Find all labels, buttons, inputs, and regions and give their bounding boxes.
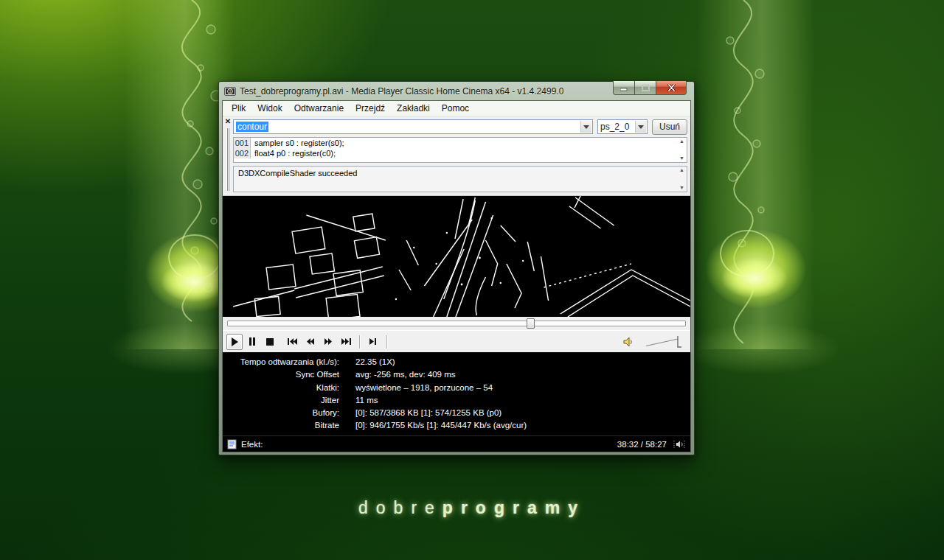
menu-widok[interactable]: Widok [251, 102, 288, 115]
code-line: 001 sampler s0 : register(s0); [234, 138, 687, 148]
stat-label: Klatki: [223, 382, 339, 394]
scroll-up-icon[interactable]: ▲ [679, 167, 684, 173]
playback-controls [223, 330, 690, 352]
title-bar[interactable]: 3 Test_dobreprogramy.pl.avi - Media Play… [222, 82, 691, 100]
dobreprogramy-logo: dobreprogramy [0, 498, 944, 518]
minimize-icon [620, 85, 628, 91]
line-code: float4 p0 : register(c0); [251, 148, 336, 158]
stat-row-sync-offset: Sync Offset avg: -256 ms, dev: 409 ms [223, 368, 690, 381]
maximize-button[interactable] [634, 81, 656, 95]
caption-buttons [614, 81, 687, 95]
play-button[interactable] [226, 334, 243, 350]
editor-scrollbar[interactable]: ▲ ▼ [677, 138, 687, 162]
stat-label: Sync Offset [223, 368, 339, 381]
line-number: 001 [234, 138, 251, 148]
menu-odtwarzanie[interactable]: Odtwarzanie [288, 102, 350, 115]
skip-forward-icon [341, 338, 351, 345]
shader-profile-combobox[interactable]: ps_2_0 [597, 119, 648, 134]
output-scrollbar[interactable]: ▲ ▼ [677, 167, 687, 192]
shader-profile-value: ps_2_0 [600, 122, 629, 132]
rewind-icon [306, 338, 315, 345]
pause-icon [249, 337, 256, 346]
stat-label: Jitter [223, 394, 339, 407]
menu-przejdz[interactable]: Przejdź [350, 102, 391, 115]
shader-code-editor[interactable]: 001 sampler s0 : register(s0); 002 float… [233, 137, 687, 163]
compiler-output-box: D3DXCompileShader succeeded ▲ ▼ [233, 166, 687, 192]
menu-zakladki[interactable]: Zakładki [391, 102, 436, 115]
desktop-wallpaper: dobreprogramy 3 Test_dobreprogramy.pl.av… [0, 0, 944, 560]
fast-forward-icon [324, 338, 333, 345]
audio-status-icon [673, 440, 686, 449]
stat-row-frames: Klatki: wyświetlone – 1918, porzucone – … [223, 382, 690, 394]
skip-back-button[interactable] [285, 334, 301, 350]
compiler-output-text: D3DXCompileShader succeeded [238, 169, 357, 178]
speaker-icon[interactable] [622, 336, 634, 348]
shader-name-value: contour [236, 122, 268, 132]
effect-icon [227, 439, 237, 449]
toolbar-separator [386, 335, 387, 349]
close-button[interactable] [656, 81, 687, 95]
video-display-area[interactable] [223, 196, 690, 317]
shader-panel-grip[interactable] [226, 128, 229, 191]
shader-editor-panel: ✕ contour ps_2_0 Usuń [223, 116, 690, 196]
stat-value: 22.35 (1X) [355, 356, 395, 368]
volume-group [622, 335, 690, 348]
stop-button[interactable] [262, 334, 278, 350]
menu-bar: Plik Widok Odtwarzanie Przejdź Zakładki … [223, 101, 690, 116]
stat-value: wyświetlone – 1918, porzucone – 54 [355, 382, 493, 394]
menu-pomoc[interactable]: Pomoc [436, 102, 475, 115]
window-client-area: Plik Widok Odtwarzanie Przejdź Zakładki … [222, 100, 691, 452]
skip-back-icon [288, 338, 298, 345]
menu-plik[interactable]: Plik [226, 102, 251, 115]
shader-toolbar-row: contour ps_2_0 Usuń [233, 119, 687, 135]
scroll-down-icon[interactable]: ▼ [679, 155, 684, 161]
stat-row-buffers: Bufory: [0]: 587/3868 KB [1]: 574/1255 K… [223, 407, 690, 419]
scroll-down-icon[interactable]: ▼ [679, 185, 684, 191]
status-effect: Efekt: [226, 439, 263, 449]
stat-row-bitrate: Bitrate [0]: 946/1755 Kb/s [1]: 445/447 … [223, 419, 690, 432]
shader-panel-rail: ✕ [223, 116, 233, 195]
logo-bold-part: programy [442, 498, 586, 517]
wallpaper-ring-left [168, 234, 221, 280]
logo-light-part: dobre [358, 498, 442, 517]
shader-panel-main: contour ps_2_0 Usuń 001 sampler s0 : reg… [233, 116, 690, 195]
fast-forward-button[interactable] [320, 334, 336, 350]
statistics-panel: Tempo odtwarzania (kl./s): 22.35 (1X) Sy… [223, 352, 690, 435]
stat-value: avg: -256 ms, dev: 409 ms [355, 368, 456, 381]
seek-channel[interactable] [227, 321, 686, 326]
stat-value: 11 ms [355, 394, 378, 407]
status-bar: Efekt: 38:32 / 58:27 [223, 435, 690, 452]
seek-bar[interactable] [223, 317, 690, 330]
status-effect-label: Efekt: [241, 440, 263, 449]
play-icon [230, 337, 239, 346]
playback-time: 38:32 / 58:27 [617, 440, 667, 449]
line-code: sampler s0 : register(s0); [251, 138, 344, 148]
close-icon [667, 84, 676, 91]
pause-button[interactable] [244, 334, 260, 350]
volume-slider[interactable] [645, 335, 683, 348]
toolbar-separator [359, 335, 360, 349]
minimize-button[interactable] [613, 81, 635, 95]
scroll-up-icon[interactable]: ▲ [679, 139, 684, 144]
rewind-button[interactable] [302, 334, 319, 350]
window-title: Test_dobreprogramy.pl.avi - Media Player… [240, 86, 563, 97]
app-icon: 3 [224, 85, 236, 97]
stat-value: [0]: 587/3868 KB [1]: 574/1255 KB (p0) [355, 407, 502, 419]
shader-panel-close-icon[interactable]: ✕ [225, 118, 231, 125]
wallpaper-ring-right [720, 230, 774, 277]
code-line: 002 float4 p0 : register(c0); [234, 148, 687, 158]
delete-shader-button[interactable]: Usuń [652, 119, 687, 135]
frame-step-icon [369, 338, 377, 345]
mpc-hc-window: 3 Test_dobreprogramy.pl.avi - Media Play… [218, 81, 695, 455]
stat-label: Bitrate [223, 419, 339, 432]
skip-forward-button[interactable] [338, 334, 354, 350]
seek-thumb[interactable] [527, 318, 535, 329]
frame-step-button[interactable] [365, 334, 381, 350]
stat-row-tempo: Tempo odtwarzania (kl./s): 22.35 (1X) [223, 356, 690, 368]
chevron-down-icon[interactable] [580, 121, 591, 133]
chevron-down-icon[interactable] [635, 121, 646, 133]
stat-row-jitter: Jitter 11 ms [223, 394, 690, 407]
shader-name-combobox[interactable]: contour [233, 119, 593, 134]
line-number: 002 [234, 148, 251, 158]
stat-label: Bufory: [223, 407, 339, 419]
